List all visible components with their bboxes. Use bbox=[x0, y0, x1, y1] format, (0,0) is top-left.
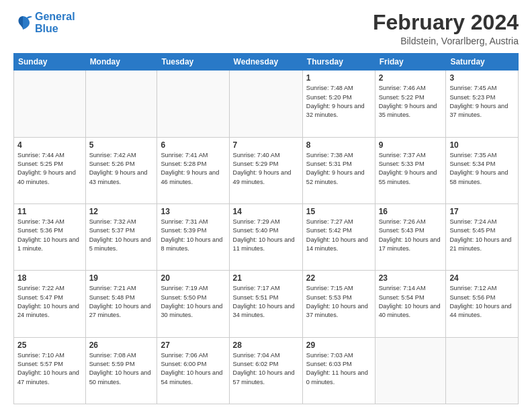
calendar-cell: 16Sunrise: 7:26 AM Sunset: 5:43 PM Dayli… bbox=[375, 203, 446, 270]
calendar-cell: 7Sunrise: 7:40 AM Sunset: 5:29 PM Daylig… bbox=[229, 137, 302, 203]
calendar-header-row: Sunday Monday Tuesday Wednesday Thursday… bbox=[14, 54, 519, 71]
day-number: 3 bbox=[449, 73, 515, 83]
day-info: Sunrise: 7:14 AM Sunset: 5:54 PM Dayligh… bbox=[379, 284, 443, 320]
logo: General Blue bbox=[13, 11, 75, 34]
col-saturday: Saturday bbox=[446, 54, 519, 71]
day-number: 10 bbox=[449, 140, 515, 150]
calendar-cell: 1Sunrise: 7:48 AM Sunset: 5:20 PM Daylig… bbox=[302, 71, 375, 137]
logo-icon bbox=[13, 13, 32, 32]
day-info: Sunrise: 7:46 AM Sunset: 5:22 PM Dayligh… bbox=[379, 84, 443, 120]
calendar-cell bbox=[85, 71, 157, 137]
calendar-cell: 5Sunrise: 7:42 AM Sunset: 5:26 PM Daylig… bbox=[85, 137, 157, 203]
calendar-cell bbox=[446, 337, 519, 404]
day-info: Sunrise: 7:12 AM Sunset: 5:56 PM Dayligh… bbox=[449, 284, 515, 320]
calendar-cell: 22Sunrise: 7:15 AM Sunset: 5:53 PM Dayli… bbox=[302, 271, 375, 337]
day-number: 14 bbox=[233, 207, 299, 216]
day-number: 24 bbox=[449, 273, 515, 283]
day-info: Sunrise: 7:40 AM Sunset: 5:29 PM Dayligh… bbox=[233, 151, 299, 187]
day-info: Sunrise: 7:19 AM Sunset: 5:50 PM Dayligh… bbox=[161, 284, 225, 320]
day-info: Sunrise: 7:21 AM Sunset: 5:48 PM Dayligh… bbox=[89, 284, 154, 320]
calendar-cell: 10Sunrise: 7:35 AM Sunset: 5:34 PM Dayli… bbox=[446, 137, 519, 203]
day-number: 21 bbox=[233, 273, 299, 283]
day-info: Sunrise: 7:26 AM Sunset: 5:43 PM Dayligh… bbox=[379, 218, 443, 253]
day-info: Sunrise: 7:34 AM Sunset: 5:36 PM Dayligh… bbox=[17, 218, 82, 253]
calendar-cell bbox=[229, 71, 302, 137]
calendar-cell: 18Sunrise: 7:22 AM Sunset: 5:47 PM Dayli… bbox=[14, 271, 86, 337]
col-thursday: Thursday bbox=[302, 54, 375, 71]
col-friday: Friday bbox=[375, 54, 446, 71]
day-info: Sunrise: 7:10 AM Sunset: 5:57 PM Dayligh… bbox=[17, 351, 82, 387]
week-row-4: 18Sunrise: 7:22 AM Sunset: 5:47 PM Dayli… bbox=[14, 271, 519, 337]
day-number: 8 bbox=[306, 140, 371, 150]
calendar-cell: 19Sunrise: 7:21 AM Sunset: 5:48 PM Dayli… bbox=[85, 271, 157, 337]
header: General Blue February 2024 Bildstein, Vo… bbox=[13, 11, 519, 46]
day-number: 22 bbox=[306, 273, 371, 283]
day-number: 6 bbox=[161, 140, 225, 150]
day-number: 28 bbox=[233, 340, 299, 350]
day-info: Sunrise: 7:03 AM Sunset: 6:03 PM Dayligh… bbox=[306, 351, 371, 387]
calendar-cell: 28Sunrise: 7:04 AM Sunset: 6:02 PM Dayli… bbox=[229, 337, 302, 404]
day-number: 20 bbox=[161, 273, 225, 283]
calendar-cell: 25Sunrise: 7:10 AM Sunset: 5:57 PM Dayli… bbox=[14, 337, 86, 404]
week-row-3: 11Sunrise: 7:34 AM Sunset: 5:36 PM Dayli… bbox=[14, 203, 519, 270]
page: General Blue February 2024 Bildstein, Vo… bbox=[0, 0, 532, 411]
day-number: 9 bbox=[379, 140, 443, 150]
day-number: 2 bbox=[379, 73, 443, 83]
col-wednesday: Wednesday bbox=[229, 54, 302, 71]
week-row-1: 1Sunrise: 7:48 AM Sunset: 5:20 PM Daylig… bbox=[14, 71, 519, 137]
calendar-cell: 6Sunrise: 7:41 AM Sunset: 5:28 PM Daylig… bbox=[157, 137, 229, 203]
day-number: 11 bbox=[17, 207, 82, 216]
col-monday: Monday bbox=[85, 54, 157, 71]
day-info: Sunrise: 7:37 AM Sunset: 5:33 PM Dayligh… bbox=[379, 151, 443, 187]
day-info: Sunrise: 7:44 AM Sunset: 5:25 PM Dayligh… bbox=[17, 151, 82, 187]
calendar-cell: 11Sunrise: 7:34 AM Sunset: 5:36 PM Dayli… bbox=[14, 203, 86, 270]
day-number: 12 bbox=[89, 207, 154, 216]
calendar-cell: 17Sunrise: 7:24 AM Sunset: 5:45 PM Dayli… bbox=[446, 203, 519, 270]
calendar-cell bbox=[375, 337, 446, 404]
day-info: Sunrise: 7:15 AM Sunset: 5:53 PM Dayligh… bbox=[306, 284, 371, 320]
day-number: 15 bbox=[306, 207, 371, 216]
day-info: Sunrise: 7:35 AM Sunset: 5:34 PM Dayligh… bbox=[449, 151, 515, 187]
location-subtitle: Bildstein, Vorarlberg, Austria bbox=[373, 36, 519, 46]
calendar-cell: 13Sunrise: 7:31 AM Sunset: 5:39 PM Dayli… bbox=[157, 203, 229, 270]
day-number: 13 bbox=[161, 207, 225, 216]
logo-text: General Blue bbox=[35, 11, 75, 34]
day-number: 25 bbox=[17, 340, 82, 350]
calendar-cell: 2Sunrise: 7:46 AM Sunset: 5:22 PM Daylig… bbox=[375, 71, 446, 137]
calendar-cell bbox=[157, 71, 229, 137]
calendar-cell: 14Sunrise: 7:29 AM Sunset: 5:40 PM Dayli… bbox=[229, 203, 302, 270]
day-info: Sunrise: 7:45 AM Sunset: 5:23 PM Dayligh… bbox=[449, 84, 515, 120]
calendar-cell: 27Sunrise: 7:06 AM Sunset: 6:00 PM Dayli… bbox=[157, 337, 229, 404]
title-block: February 2024 Bildstein, Vorarlberg, Aus… bbox=[373, 11, 519, 46]
day-info: Sunrise: 7:04 AM Sunset: 6:02 PM Dayligh… bbox=[233, 351, 299, 387]
day-number: 27 bbox=[161, 340, 225, 350]
day-number: 4 bbox=[17, 140, 82, 150]
calendar-cell: 8Sunrise: 7:38 AM Sunset: 5:31 PM Daylig… bbox=[302, 137, 375, 203]
day-info: Sunrise: 7:06 AM Sunset: 6:00 PM Dayligh… bbox=[161, 351, 225, 387]
calendar-table: Sunday Monday Tuesday Wednesday Thursday… bbox=[13, 53, 519, 404]
day-number: 23 bbox=[379, 273, 443, 283]
calendar-cell: 12Sunrise: 7:32 AM Sunset: 5:37 PM Dayli… bbox=[85, 203, 157, 270]
calendar-cell: 15Sunrise: 7:27 AM Sunset: 5:42 PM Dayli… bbox=[302, 203, 375, 270]
day-number: 16 bbox=[379, 207, 443, 216]
day-info: Sunrise: 7:29 AM Sunset: 5:40 PM Dayligh… bbox=[233, 218, 299, 253]
day-info: Sunrise: 7:27 AM Sunset: 5:42 PM Dayligh… bbox=[306, 218, 371, 253]
day-info: Sunrise: 7:31 AM Sunset: 5:39 PM Dayligh… bbox=[161, 218, 225, 253]
calendar-cell: 29Sunrise: 7:03 AM Sunset: 6:03 PM Dayli… bbox=[302, 337, 375, 404]
day-info: Sunrise: 7:42 AM Sunset: 5:26 PM Dayligh… bbox=[89, 151, 154, 187]
calendar-cell: 20Sunrise: 7:19 AM Sunset: 5:50 PM Dayli… bbox=[157, 271, 229, 337]
month-title: February 2024 bbox=[373, 11, 519, 34]
day-info: Sunrise: 7:17 AM Sunset: 5:51 PM Dayligh… bbox=[233, 284, 299, 320]
col-sunday: Sunday bbox=[14, 54, 86, 71]
calendar-cell: 4Sunrise: 7:44 AM Sunset: 5:25 PM Daylig… bbox=[14, 137, 86, 203]
day-number: 17 bbox=[449, 207, 515, 216]
calendar-cell: 3Sunrise: 7:45 AM Sunset: 5:23 PM Daylig… bbox=[446, 71, 519, 137]
day-info: Sunrise: 7:08 AM Sunset: 5:59 PM Dayligh… bbox=[89, 351, 154, 387]
day-info: Sunrise: 7:38 AM Sunset: 5:31 PM Dayligh… bbox=[306, 151, 371, 187]
day-number: 19 bbox=[89, 273, 154, 283]
week-row-2: 4Sunrise: 7:44 AM Sunset: 5:25 PM Daylig… bbox=[14, 137, 519, 203]
col-tuesday: Tuesday bbox=[157, 54, 229, 71]
day-number: 1 bbox=[306, 73, 371, 83]
day-number: 7 bbox=[233, 140, 299, 150]
calendar-cell: 9Sunrise: 7:37 AM Sunset: 5:33 PM Daylig… bbox=[375, 137, 446, 203]
